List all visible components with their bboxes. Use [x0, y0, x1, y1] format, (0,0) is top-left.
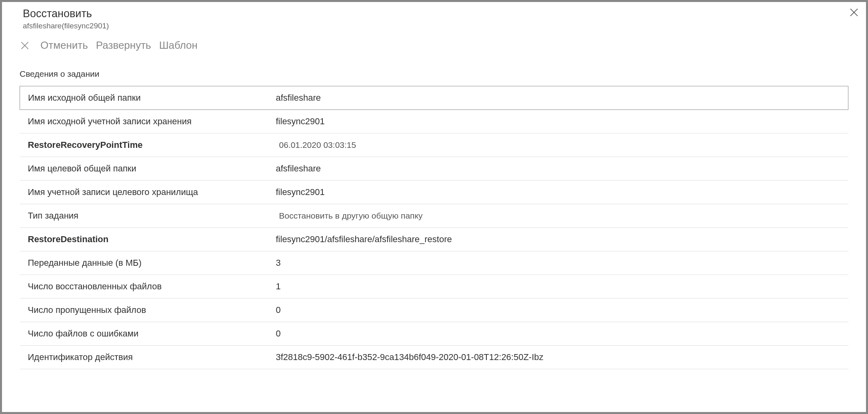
details-label: Имя исходной общей папки	[20, 86, 268, 110]
details-row: Тип заданияВосстановить в другую общую п…	[20, 204, 848, 228]
details-row: Имя исходной общей папкиafsfileshare	[20, 86, 848, 110]
details-value: 06.01.2020 03:03:15	[268, 133, 848, 157]
details-value: 3f2818c9-5902-461f-b352-9ca134b6f049-202…	[268, 346, 848, 369]
details-value: 1	[268, 275, 848, 299]
details-table: Имя исходной общей папкиafsfileshareИмя …	[20, 86, 848, 369]
details-row: Имя исходной учетной записи храненияfile…	[20, 110, 848, 133]
template-button[interactable]: Шаблон	[158, 39, 199, 52]
details-value: Восстановить в другую общую папку	[268, 204, 848, 228]
details-row: Число файлов с ошибками0	[20, 322, 848, 346]
details-value: 3	[268, 251, 848, 275]
details-row: Число восстановленных файлов1	[20, 275, 848, 299]
details-label: Число восстановленных файлов	[20, 275, 268, 299]
panel-header: Восстановить afsfileshare(filesync2901)	[2, 2, 866, 34]
details-value: filesync2901/afsfileshare/afsfileshare_r…	[268, 228, 848, 251]
details-label: Число пропущенных файлов	[20, 299, 268, 322]
details-label: RestoreRecoveryPointTime	[20, 133, 268, 157]
details-row: Имя целевой общей папкиafsfileshare	[20, 157, 848, 181]
cancel-button[interactable]: Отменить	[39, 39, 90, 52]
details-value: afsfileshare	[268, 157, 848, 181]
details-row: RestoreDestinationfilesync2901/afsfilesh…	[20, 228, 848, 251]
details-value: 0	[268, 299, 848, 322]
panel-subtitle: afsfileshare(filesync2901)	[23, 22, 854, 30]
details-row: Переданные данные (в МБ)3	[20, 251, 848, 275]
details-value: filesync2901	[268, 181, 848, 204]
details-label: Имя учетной записи целевого хранилища	[20, 181, 268, 204]
section-title: Сведения о задании	[2, 59, 866, 86]
details-label: Переданные данные (в МБ)	[20, 251, 268, 275]
details-row: Число пропущенных файлов0	[20, 299, 848, 322]
details-label: RestoreDestination	[20, 228, 268, 251]
toolbar: Отменить Развернуть Шаблон	[2, 34, 866, 59]
close-button[interactable]	[847, 5, 861, 20]
cancel-icon[interactable]	[19, 40, 31, 52]
panel-title: Восстановить	[23, 8, 854, 20]
details-label: Число файлов с ошибками	[20, 322, 268, 346]
details-label: Имя исходной учетной записи хранения	[20, 110, 268, 133]
expand-button[interactable]: Развернуть	[94, 39, 153, 52]
close-icon	[849, 8, 859, 17]
details-row: Идентификатор действия3f2818c9-5902-461f…	[20, 346, 848, 369]
details-label: Тип задания	[20, 204, 268, 228]
details-value: filesync2901	[268, 110, 848, 133]
details-label: Имя целевой общей папки	[20, 157, 268, 181]
details-value: 0	[268, 322, 848, 346]
details-value: afsfileshare	[268, 86, 848, 110]
details-row: Имя учетной записи целевого хранилищаfil…	[20, 181, 848, 204]
details-row: RestoreRecoveryPointTime06.01.2020 03:03…	[20, 133, 848, 157]
details-label: Идентификатор действия	[20, 346, 268, 369]
